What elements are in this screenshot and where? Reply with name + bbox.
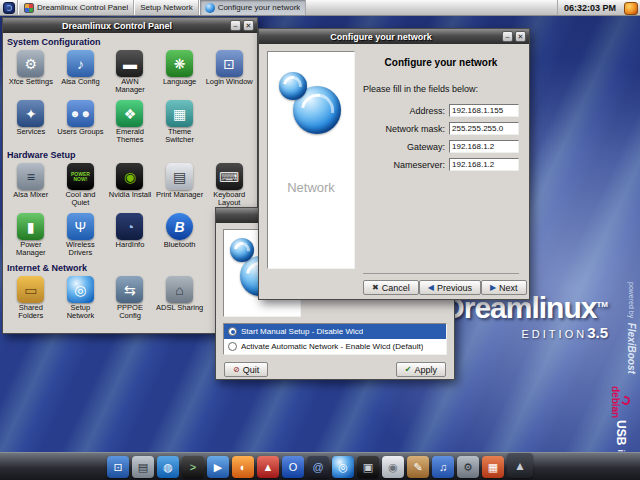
cp-item-xfce-settings[interactable]: ⚙Xfce Settings — [6, 48, 56, 98]
dock-item-network[interactable]: ◎ — [332, 456, 354, 478]
theme-switcher-icon: ▦ — [166, 100, 193, 127]
nvidia-install-icon: ◉ — [116, 163, 143, 190]
dock-item-pdf-reader[interactable]: ▲ — [257, 456, 279, 478]
quit-button[interactable]: ⊘ Quit — [224, 362, 268, 377]
dock-item-music-player[interactable]: ♫ — [432, 456, 454, 478]
dock-item-opera[interactable]: O — [282, 456, 304, 478]
apply-button[interactable]: ✔ Apply — [396, 362, 446, 377]
alsa-config-icon: ♪ — [67, 50, 94, 77]
wireless-drivers-icon: Ψ — [67, 213, 94, 240]
display-icon: ⊡ — [113, 462, 122, 473]
system-configuration-grid: ⚙Xfce Settings ♪Alsa Config ▬AWN Manager… — [6, 48, 254, 148]
pppoe-config-icon: ⇆ — [116, 276, 143, 303]
package-icon: ▦ — [488, 462, 498, 473]
quit-icon: ⊘ — [233, 366, 240, 374]
cp-item-setup-network[interactable]: ◎Setup Network — [56, 274, 106, 324]
wicd-options-list: Start Manual Setup - Disable Wicd Activa… — [223, 323, 447, 355]
cp-item-alsa-config[interactable]: ♪Alsa Config — [56, 48, 106, 98]
keyboard-layout-icon: ⌨ — [216, 163, 243, 190]
menu-button[interactable] — [0, 0, 18, 15]
radio-automatic-network[interactable] — [228, 342, 237, 351]
usb-text: USB — [614, 420, 628, 445]
dock-item-show-desktop[interactable]: ▲ — [507, 453, 533, 478]
cp-item-adsl-sharing[interactable]: ⌂ADSL Sharing — [155, 274, 205, 324]
close-button[interactable]: ✕ — [243, 20, 254, 31]
network-icon — [205, 3, 215, 13]
option-automatic-network[interactable]: Activate Automatic Network - Enable Wicd… — [224, 339, 446, 354]
control-panel-icon — [24, 3, 34, 13]
dreamlinux-swirl-icon: @ — [312, 462, 323, 473]
dock-item-image-editor[interactable]: ✎ — [407, 456, 429, 478]
cp-item-wireless-drivers[interactable]: ΨWireless Drivers — [56, 211, 106, 261]
clock[interactable]: 06:32:03 PM — [557, 0, 622, 15]
cp-item-hardinfo[interactable]: ◔HardInfo — [105, 211, 155, 261]
cp-item-alsa-mixer[interactable]: ≡Alsa Mixer — [6, 161, 56, 211]
task-label: Setup Network — [140, 3, 192, 12]
setup-network-icon: ◎ — [67, 276, 94, 303]
next-button[interactable]: ▶ Next — [481, 280, 527, 295]
cp-item-keyboard-layout[interactable]: ⌨Keyboard Layout — [204, 161, 254, 211]
control-panel-titlebar[interactable]: Dreamlinux Control Panel – ✕ — [3, 18, 257, 33]
cp-item-login-window[interactable]: ⊡Login Window — [204, 48, 254, 98]
dock-item-dreamlinux[interactable]: @ — [307, 456, 329, 478]
dock-item-cd-burner[interactable]: ◉ — [382, 456, 404, 478]
taskbar-spacer — [306, 0, 557, 15]
pencil-icon: ✎ — [413, 462, 422, 473]
minimize-button[interactable]: – — [230, 20, 241, 31]
cancel-button[interactable]: ✖ Cancel — [363, 280, 419, 295]
cp-item-power-manager[interactable]: ▮Power Manager — [6, 211, 56, 261]
configure-network-title: Configure your network — [262, 32, 500, 42]
emerald-themes-icon: ❖ — [116, 100, 143, 127]
adsl-sharing-icon: ⌂ — [166, 276, 193, 303]
cp-item-bluetooth[interactable]: BBluetooth — [155, 211, 205, 261]
network-mask-row: Network mask: — [363, 122, 519, 135]
cp-item-users-groups[interactable]: ☻☻Users Groups — [56, 98, 106, 148]
minimize-button[interactable]: – — [502, 31, 513, 42]
next-icon: ▶ — [490, 284, 496, 292]
desktop: DreamlinuxTM EDITION3.5 powered by Flexi… — [0, 0, 640, 480]
dock-item-web-browser[interactable]: ◍ — [157, 456, 179, 478]
cp-item-nvidia-install[interactable]: ◉Nvidia Install — [105, 161, 155, 211]
dock-item-media-player[interactable]: ▶ — [207, 456, 229, 478]
nameserver-input[interactable] — [449, 158, 519, 171]
debian-text: debian — [610, 386, 621, 418]
gateway-input[interactable] — [449, 140, 519, 153]
cp-item-theme-switcher[interactable]: ▦Theme Switcher — [155, 98, 205, 148]
address-input[interactable] — [449, 104, 519, 117]
cp-item-cool-and-quiet[interactable]: POWER NOW!Cool and Quiet — [56, 161, 106, 211]
cp-item-emerald-themes[interactable]: ❖Emerald Themes — [105, 98, 155, 148]
network-step-pane: Network — [267, 51, 355, 269]
configure-form: Configure your network Please fill in th… — [363, 51, 519, 176]
network-mask-input[interactable] — [449, 122, 519, 135]
session-icon[interactable] — [624, 2, 638, 15]
gateway-label: Gateway: — [407, 142, 445, 152]
close-button[interactable]: ✕ — [515, 31, 526, 42]
task-control-panel[interactable]: Dreamlinux Control Panel — [18, 0, 134, 15]
address-label: Address: — [409, 106, 445, 116]
debian-branding: debian — [610, 386, 630, 418]
cp-item-print-manager[interactable]: ▤Print Manager — [155, 161, 205, 211]
power-manager-icon: ▮ — [17, 213, 44, 240]
cp-item-pppoe-config[interactable]: ⇆PPPOE Config — [105, 274, 155, 324]
task-setup-network[interactable]: Setup Network — [134, 0, 198, 15]
dock-item-firefox[interactable]: ◐ — [232, 456, 254, 478]
dock-item-file-manager[interactable]: ▤ — [132, 456, 154, 478]
network-ball-small — [279, 72, 307, 100]
dock-item-camera[interactable]: ▣ — [357, 456, 379, 478]
cp-item-language[interactable]: ❋Language — [155, 48, 205, 98]
play-icon: ▶ — [214, 462, 222, 473]
radio-manual-setup[interactable] — [228, 327, 237, 336]
edition-label: EDITION3.5 — [522, 324, 608, 342]
dock-item-package-manager[interactable]: ▦ — [482, 456, 504, 478]
cp-item-shared-folders[interactable]: ▭Shared Folders — [6, 274, 56, 324]
cp-item-services[interactable]: ✦Services — [6, 98, 56, 148]
firefox-icon: ◐ — [240, 462, 247, 473]
dock-item-terminal[interactable]: > — [182, 456, 204, 478]
dock-item-system-tools[interactable]: ⚙ — [457, 456, 479, 478]
cp-item-awn-manager[interactable]: ▬AWN Manager — [105, 48, 155, 98]
previous-button[interactable]: ◀ Previous — [419, 280, 481, 295]
task-configure-network[interactable]: Configure your network — [199, 0, 307, 15]
configure-network-titlebar[interactable]: Configure your network – ✕ — [259, 29, 529, 44]
dock-item-display-settings[interactable]: ⊡ — [107, 456, 129, 478]
option-manual-setup[interactable]: Start Manual Setup - Disable Wicd — [224, 324, 446, 339]
